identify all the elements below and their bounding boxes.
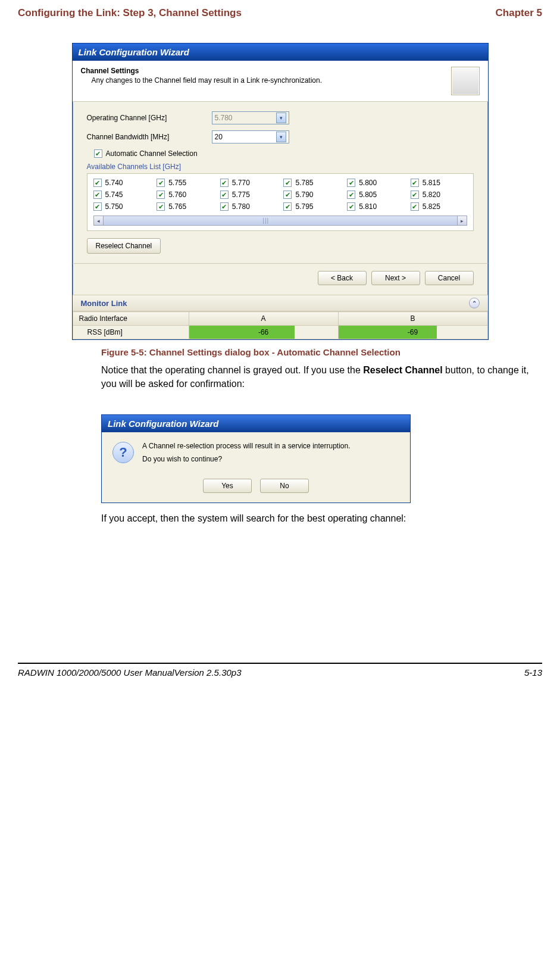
channel-checkbox[interactable]	[347, 202, 355, 211]
paragraph-1: Notice that the operating channel is gra…	[101, 363, 542, 391]
footer-right: 5-13	[524, 667, 542, 678]
channel-item[interactable]: 5.745	[93, 191, 150, 199]
figure-caption-5-5: Figure 5-5: Channel Settings dialog box …	[101, 347, 542, 357]
col-a-header: A	[189, 312, 338, 326]
channel-checkbox[interactable]	[283, 179, 292, 187]
confirm-dialog-buttons: Yes No	[102, 479, 410, 503]
header-right: Chapter 5	[496, 7, 542, 19]
channel-item[interactable]: 5.755	[157, 179, 213, 187]
wizard-channel-settings: Link Configuration Wizard Channel Settin…	[72, 43, 489, 340]
channel-label: 5.740	[105, 179, 123, 187]
channel-item[interactable]: 5.785	[283, 179, 340, 187]
reselect-channel-button[interactable]: Reselect Channel	[87, 238, 161, 254]
channel-checkbox[interactable]	[347, 191, 355, 199]
confirm-dialog: Link Configuration Wizard ? A Channel re…	[101, 414, 411, 503]
channel-label: 5.745	[105, 191, 123, 199]
channel-item[interactable]: 5.780	[220, 202, 277, 211]
channel-label: 5.825	[423, 202, 440, 211]
wizard-header-text: Channel Settings Any changes to the Chan…	[81, 67, 323, 85]
bandwidth-row: Channel Bandwidth [MHz] 20 ▾	[87, 130, 474, 143]
channel-item[interactable]: 5.810	[347, 202, 403, 211]
acs-checkbox[interactable]	[94, 149, 102, 158]
monitor-link-table: Radio Interface A B RSS [dBm] -66 -69	[73, 311, 488, 339]
radio-interface-label: Radio Interface	[73, 312, 189, 326]
rss-a-cell: -66	[189, 326, 338, 339]
channel-item[interactable]: 5.740	[93, 179, 150, 187]
chevron-down-icon: ▾	[276, 113, 286, 123]
page-footer: RADWIN 1000/2000/5000 User ManualVersion…	[18, 663, 542, 678]
operating-channel-label: Operating Channel [GHz]	[87, 114, 212, 122]
operating-channel-value: 5.780	[215, 114, 233, 122]
channel-label: 5.795	[295, 202, 313, 211]
available-channels-box: 5.7405.7555.7705.7855.8005.8155.7455.760…	[87, 173, 474, 231]
wizard-body: Operating Channel [GHz] 5.780 ▾ Channel …	[73, 102, 488, 263]
para1-bold: Reselect Channel	[363, 365, 442, 375]
cancel-button[interactable]: Cancel	[425, 271, 474, 285]
confirm-dialog-body: ? A Channel re-selection process will re…	[102, 432, 410, 479]
channel-checkbox[interactable]	[347, 179, 355, 187]
wizard-nav: < Back Next > Cancel	[73, 263, 488, 295]
col-b-header: B	[338, 312, 487, 326]
bandwidth-select[interactable]: 20 ▾	[212, 130, 289, 143]
channel-item[interactable]: 5.750	[93, 202, 150, 211]
channel-checkbox[interactable]	[411, 191, 419, 199]
no-button[interactable]: No	[260, 479, 309, 493]
scroll-thumb-grip-icon: |||	[227, 216, 305, 225]
acs-checkbox-row[interactable]: Automatic Channel Selection	[94, 149, 474, 158]
para1-pre: Notice that the operating channel is gra…	[101, 365, 363, 375]
channel-checkbox[interactable]	[283, 191, 292, 199]
channel-label: 5.755	[168, 179, 186, 187]
collapse-icon[interactable]: ⌃	[469, 298, 480, 308]
channel-item[interactable]: 5.770	[220, 179, 277, 187]
scroll-left-icon[interactable]: ◂	[93, 216, 104, 226]
channel-checkbox[interactable]	[157, 191, 165, 199]
channel-checkbox[interactable]	[283, 202, 292, 211]
channel-checkbox[interactable]	[220, 191, 229, 199]
operating-channel-row: Operating Channel [GHz] 5.780 ▾	[87, 111, 474, 124]
channel-checkbox[interactable]	[93, 191, 102, 199]
channel-item[interactable]: 5.775	[220, 191, 277, 199]
channel-checkbox[interactable]	[411, 202, 419, 211]
monitor-link-title: Monitor Link	[81, 299, 127, 308]
channel-item[interactable]: 5.825	[411, 202, 467, 211]
channel-item[interactable]: 5.790	[283, 191, 340, 199]
scroll-right-icon[interactable]: ▸	[457, 216, 467, 226]
channel-checkbox[interactable]	[220, 179, 229, 187]
channel-checkbox[interactable]	[93, 202, 102, 211]
channel-checkbox[interactable]	[157, 202, 165, 211]
header-left: Configuring the Link: Step 3, Channel Se…	[18, 7, 242, 19]
next-button[interactable]: Next >	[371, 271, 420, 285]
rss-b-value: -69	[408, 328, 418, 336]
channel-label: 5.760	[168, 191, 186, 199]
paragraph-2: If you accept, then the system will sear…	[101, 511, 542, 525]
rss-label: RSS [dBm]	[73, 326, 189, 339]
yes-button[interactable]: Yes	[203, 479, 252, 493]
channel-item[interactable]: 5.765	[157, 202, 213, 211]
channel-item[interactable]: 5.815	[411, 179, 467, 187]
channel-checkbox[interactable]	[157, 179, 165, 187]
channels-scrollbar[interactable]: ◂ ||| ▸	[93, 216, 467, 226]
chevron-down-icon[interactable]: ▾	[276, 132, 286, 142]
channel-item[interactable]: 5.820	[411, 191, 467, 199]
channel-item[interactable]: 5.805	[347, 191, 403, 199]
channel-checkbox[interactable]	[93, 179, 102, 187]
channel-label: 5.810	[359, 202, 377, 211]
back-button[interactable]: < Back	[318, 271, 367, 285]
channel-label: 5.770	[232, 179, 250, 187]
channel-item[interactable]: 5.800	[347, 179, 403, 187]
channel-item[interactable]: 5.760	[157, 191, 213, 199]
channel-label: 5.775	[232, 191, 250, 199]
scroll-track[interactable]: |||	[104, 216, 457, 226]
channel-label: 5.750	[105, 202, 123, 211]
channel-checkbox[interactable]	[220, 202, 229, 211]
rss-b-bar	[339, 326, 437, 339]
confirm-line2: Do you wish to continue?	[142, 455, 351, 463]
channel-item[interactable]: 5.795	[283, 202, 340, 211]
rss-b-cell: -69	[338, 326, 487, 339]
channel-label: 5.820	[423, 191, 440, 199]
channel-label: 5.800	[359, 179, 377, 187]
channel-label: 5.780	[232, 202, 250, 211]
wizard-header-icon	[451, 67, 480, 95]
confirm-dialog-titlebar: Link Configuration Wizard	[102, 415, 410, 432]
channel-checkbox[interactable]	[411, 179, 419, 187]
